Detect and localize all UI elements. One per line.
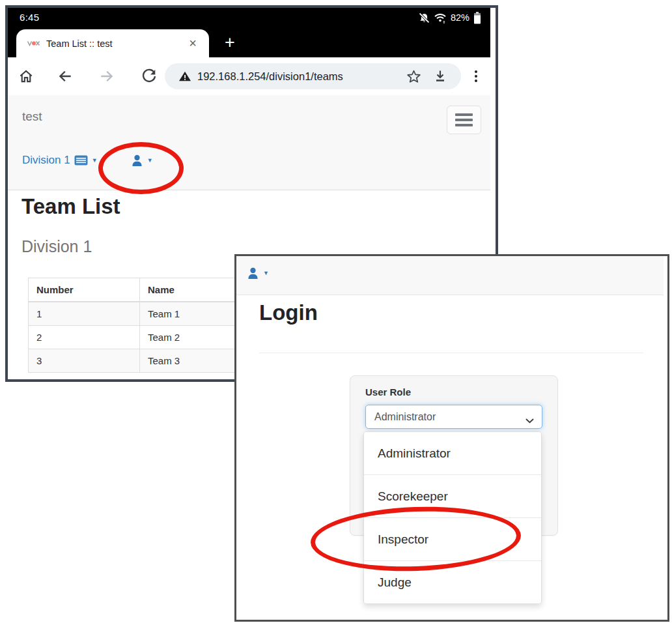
page-title: Team List — [21, 194, 120, 219]
chevron-down-icon — [525, 414, 534, 426]
new-tab-button[interactable]: + — [219, 29, 241, 56]
hamburger-menu-button[interactable] — [447, 106, 481, 134]
user-menu-dropdown[interactable]: ▼ — [247, 267, 269, 280]
address-bar[interactable]: 192.168.1.254/division1/teams — [165, 63, 461, 89]
home-button[interactable] — [18, 68, 35, 85]
division-dropdown[interactable]: Division 1 ▼ — [22, 154, 98, 167]
chevron-down-icon: ▼ — [263, 270, 269, 276]
table-icon — [74, 155, 88, 166]
team-number: 3 — [29, 349, 140, 373]
status-time: 6:45 — [20, 12, 39, 23]
site-favicon-icon — [27, 39, 41, 48]
browser-tab[interactable]: Team List :: test × — [16, 29, 209, 57]
divider — [259, 353, 643, 353]
option-administrator[interactable]: Administrator — [364, 432, 541, 475]
user-role-select[interactable]: Administrator — [365, 405, 542, 429]
url-text[interactable]: 192.168.1.254/division1/teams — [197, 70, 406, 83]
tab-title: Team List :: test — [46, 38, 113, 49]
division-label: Division 1 — [22, 154, 70, 167]
forward-button[interactable] — [98, 68, 115, 85]
bookmark-star-icon[interactable] — [406, 68, 422, 85]
android-status-bar: 6:45 82% — [8, 8, 490, 27]
not-secure-warning-icon — [178, 70, 191, 82]
download-icon[interactable] — [432, 68, 448, 84]
column-header-number: Number — [29, 278, 140, 302]
tab-strip: Team List :: test × + — [8, 27, 490, 57]
wifi-icon — [434, 12, 447, 23]
site-navbar: ▼ — [236, 256, 664, 295]
site-brand[interactable]: test — [22, 109, 42, 124]
annotation-circle-user-menu — [98, 142, 184, 194]
reload-button[interactable] — [141, 68, 158, 85]
page-subtitle: Division 1 — [21, 237, 92, 256]
selected-role-value: Administrator — [374, 411, 436, 423]
chevron-down-icon: ▼ — [92, 158, 98, 164]
mute-icon — [419, 12, 430, 23]
screenshot-canvas: 6:45 82% Team List :: test — [0, 0, 672, 623]
page-title: Login — [259, 300, 318, 325]
battery-icon — [473, 12, 481, 24]
tab-close-icon[interactable]: × — [184, 35, 201, 51]
browser-toolbar: 192.168.1.254/division1/teams — [8, 57, 490, 96]
browser-menu-button[interactable] — [471, 68, 481, 85]
team-number: 1 — [29, 302, 140, 326]
back-button[interactable] — [57, 68, 74, 85]
team-number: 2 — [29, 326, 140, 349]
site-navbar: test Division 1 ▼ ▼ — [8, 95, 490, 190]
user-icon — [247, 267, 259, 280]
user-role-label: User Role — [365, 386, 411, 398]
battery-percent: 82% — [451, 12, 469, 23]
